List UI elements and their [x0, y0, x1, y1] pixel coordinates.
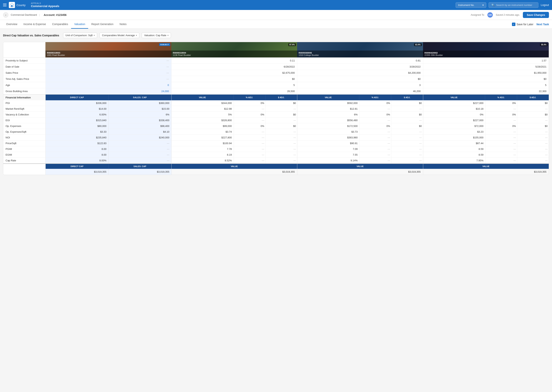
- table-row: Age 0 5 3 5: [3, 82, 549, 88]
- save-for-later[interactable]: ✓ Save for Later: [512, 23, 533, 26]
- property-header-comp3[interactable]: 58.4% R0090420002 22355 30th Boulder: [423, 42, 549, 57]
- subject-fin-cell: $80,000 $98,400: [45, 123, 171, 129]
- comp1-pct-adj: —: [234, 158, 265, 163]
- comp1-cell: 0.11: [171, 58, 297, 64]
- property-address: 1310 College Boulder: [299, 54, 421, 56]
- comp3-dollar-adj: —: [517, 158, 549, 163]
- logout-button[interactable]: Logout: [541, 3, 549, 7]
- save-later-checkbox[interactable]: ✓: [512, 23, 516, 26]
- comp2-cell: 3/28/2022: [297, 64, 423, 70]
- comp2-dollar-adj: —: [391, 135, 423, 140]
- tab-report-generation[interactable]: Report Generation: [88, 20, 116, 29]
- comp1-dollar-adj: —: [266, 146, 297, 152]
- financial-header-row: Financial Information DIRECT CAP SALES: …: [3, 94, 549, 100]
- comp2-pct-adj: —: [360, 140, 391, 146]
- comp1-value: $344,000: [172, 100, 234, 106]
- table-row: Proximity to Subject — 0.11 0.81 1.57: [3, 58, 549, 64]
- back-button[interactable]: ‹: [3, 12, 8, 18]
- property-header-comp1[interactable]: 97.4% R0009318004 1136 Pearl Boulder: [171, 42, 297, 57]
- comp1-fin-cell: $99,000 0% $0: [171, 123, 297, 129]
- hamburger-menu[interactable]: [3, 4, 7, 6]
- dropdown-chevron-icon: ▾: [482, 4, 484, 7]
- table-row: PGIM 8.00 — 7.78 — — 7.09 — — 8.59 — —: [3, 146, 549, 152]
- property-info: R0090420002 22355 30th Boulder: [423, 50, 549, 57]
- tab-valuation[interactable]: Valuation: [71, 20, 88, 29]
- comp2-dollar-adj: $0: [391, 100, 423, 106]
- table-row: Price/Sqft $122.83 — $100.94 — — $90.91 …: [3, 140, 549, 146]
- comp3-cell: 5: [423, 82, 549, 88]
- comp3-value: $227,000: [423, 100, 486, 106]
- comp2-pct-adj: —: [360, 135, 391, 140]
- county-label: County: [16, 3, 26, 7]
- comp2-fin-cell: $383,980 — —: [297, 135, 423, 140]
- subject-fin-headers: DIRECT CAP SALES: CAP: [45, 95, 171, 100]
- dollar-adj-header: $ ADJ.: [517, 95, 549, 100]
- direct-cap-header: DIRECT CAP: [46, 95, 108, 100]
- sales-cap-value: —: [109, 152, 171, 158]
- comp2-cell: $0: [297, 76, 423, 82]
- subject-total: DIRECT CAP SALES: CAP $3,019,355 $3,019,…: [45, 164, 171, 175]
- comp1-dollar-adj: $0: [266, 112, 297, 117]
- search-bar[interactable]: 🔍: [488, 2, 538, 8]
- comp3-pct-adj: 0%: [486, 100, 517, 106]
- subject-cell: —: [45, 70, 171, 76]
- table-row: Market Rent/Sqft $14.00 $15.00 $12.98 — …: [3, 106, 549, 112]
- save-changes-button[interactable]: Save Changes: [523, 12, 549, 18]
- instrument-dropdown[interactable]: Instrument No. ▾: [456, 2, 486, 8]
- comp3-value: 7.95%: [423, 158, 486, 163]
- comp2-cell: $4,200,000: [297, 70, 423, 76]
- tab-notes[interactable]: Notes: [116, 20, 130, 29]
- comp3-cell: 5/28/2021: [423, 64, 549, 70]
- next-task-button[interactable]: Next Task: [537, 23, 549, 26]
- sales-cap-value: —: [109, 158, 171, 163]
- comp3-pct-adj: —: [486, 158, 517, 163]
- table-row: Gross Building Area 24,000 26,500 46,200…: [3, 88, 549, 94]
- comp1-fin-cell: $326,800 — —: [171, 118, 297, 123]
- comp2-dollar-adj: $0: [391, 112, 423, 117]
- comp3-value: $10.18: [423, 106, 486, 112]
- assigned-label: Assigned To: [471, 14, 484, 16]
- valuation-dropdown[interactable]: Valuation: Cap Rate ▾: [142, 33, 171, 38]
- comp2-fin-headers: VALUE % ADJ. $ ADJ.: [297, 95, 423, 100]
- comp2-value: $90.91: [297, 140, 360, 146]
- tab-income-expense[interactable]: Income & Expense: [20, 20, 49, 29]
- subject-cell: —: [45, 76, 171, 82]
- comp2-pct-adj: —: [360, 118, 391, 123]
- comp3-value: 8.59: [423, 146, 486, 152]
- comp3-fin-cell: $3.23 — —: [423, 129, 549, 134]
- property-info: R0009318004 1136 Pearl Boulder: [171, 50, 297, 57]
- comp1-dollar-adj: —: [266, 152, 297, 158]
- comp2-pct-adj: 0%: [360, 100, 391, 106]
- comp3-value: 0%: [423, 112, 486, 117]
- unit-comparison-dropdown[interactable]: Unit of Comparison: Sqft ▾: [63, 33, 97, 38]
- comp3-pct-adj: —: [486, 152, 517, 158]
- row-label: Age: [3, 82, 45, 88]
- sales-cap-value: —: [109, 146, 171, 152]
- comp1-fin-headers: VALUE % ADJ. $ ADJ.: [171, 95, 297, 100]
- comp-model-dropdown[interactable]: Comparables Model: Average ▾: [100, 33, 139, 38]
- subject-fin-cell: $315,840 $338,400: [45, 118, 171, 123]
- sales-cap-total-value: $3,019,355: [109, 169, 171, 175]
- comp2-value: $383,980: [297, 135, 360, 140]
- comp1-fin-cell: 7.78 — —: [171, 146, 297, 152]
- property-info: R0009368006 1310 College Boulder: [297, 50, 423, 57]
- property-header-subject[interactable]: SUBJECT R0009318003 1001 Pearl Boulder: [45, 42, 171, 57]
- comp2-pct-adj: 0%: [360, 112, 391, 117]
- chevron-down-icon: ▾: [136, 34, 137, 36]
- breadcrumb-dashboard[interactable]: Commercial Dashboard: [11, 14, 37, 16]
- tab-comparables[interactable]: Comparables: [49, 20, 71, 29]
- comp2-fin-cell: $3.73 — —: [297, 129, 423, 134]
- comp3-value: $87.44: [423, 140, 486, 146]
- basic-data-rows: Proximity to Subject — 0.11 0.81 1.57 Da…: [3, 58, 549, 94]
- sales-cap-value: $98,400: [109, 123, 171, 129]
- direct-cap-value: 6.00%: [46, 112, 109, 117]
- table-row: Op. Expenses $80,000 $98,400 $99,000 0% …: [3, 123, 549, 129]
- comp1-fin-cell: $3.74 — —: [171, 129, 297, 134]
- property-header-comp2[interactable]: 63.4% R0009368006 1310 College Boulder: [297, 42, 423, 57]
- dollar-adj-header: $ ADJ.: [265, 95, 297, 100]
- subject-cell: 24,000: [45, 88, 171, 94]
- fin-row-label: NOI: [3, 135, 45, 140]
- comp3-fin-cell: 8.59 — —: [423, 146, 549, 152]
- search-input[interactable]: [496, 4, 536, 7]
- tab-overview[interactable]: Overview: [3, 20, 20, 29]
